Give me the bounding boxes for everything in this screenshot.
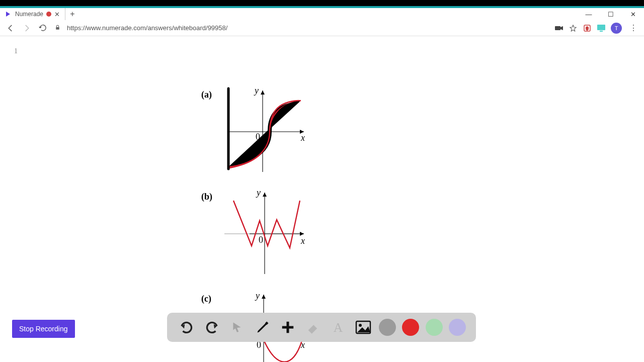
nav-reload-button[interactable]: [36, 22, 49, 35]
stop-recording-button[interactable]: Stop Recording: [12, 320, 75, 338]
url-text[interactable]: https://www.numerade.com/answers/whitebo…: [67, 24, 227, 32]
svg-rect-2: [555, 26, 560, 30]
tab-close-icon[interactable]: ✕: [54, 11, 60, 18]
star-icon[interactable]: [569, 24, 578, 33]
svg-rect-5: [597, 25, 605, 30]
plot-a-ylabel: y: [254, 86, 259, 96]
svg-marker-22: [262, 295, 266, 299]
addrbar-right-icons: T ⋮: [554, 22, 640, 35]
svg-marker-15: [263, 193, 267, 197]
window-outer-border-top: [0, 0, 644, 6]
whiteboard-canvas[interactable]: (a) y x 0: [0, 36, 644, 354]
browser-menu-icon[interactable]: ⋮: [627, 22, 640, 35]
tab-favicon: [4, 10, 12, 18]
color-swatch-red[interactable]: [402, 319, 419, 336]
whiteboard-toolbar: A: [167, 313, 476, 342]
extension-shield-icon[interactable]: [583, 24, 592, 33]
redo-button[interactable]: [202, 318, 221, 337]
profile-avatar[interactable]: T: [611, 23, 622, 34]
svg-text:0: 0: [259, 235, 263, 245]
svg-text:y: y: [256, 189, 261, 198]
window-controls: — ☐ ✕: [578, 8, 644, 20]
color-swatch-gray[interactable]: [379, 319, 396, 336]
browser-window: Numerade ✕ + — ☐ ✕ https://www.numerade.…: [0, 8, 644, 362]
svg-marker-10: [261, 90, 265, 95]
svg-marker-3: [560, 26, 563, 30]
svg-rect-1: [56, 27, 59, 29]
pointer-tool[interactable]: [227, 318, 247, 337]
svg-marker-13: [300, 232, 304, 236]
svg-marker-0: [6, 12, 10, 17]
window-close-button[interactable]: ✕: [622, 8, 644, 20]
tab-title: Numerade: [15, 11, 43, 18]
secure-lock-icon[interactable]: [54, 24, 61, 33]
nav-forward-button[interactable]: [20, 22, 33, 35]
plot-c-label: (c): [201, 294, 211, 304]
window-minimize-button[interactable]: —: [578, 8, 600, 20]
window-maximize-button[interactable]: ☐: [600, 8, 622, 20]
recording-indicator-icon: [46, 12, 51, 17]
color-swatch-green[interactable]: [426, 319, 443, 336]
page-content: 1 (a) y x 0: [0, 36, 644, 354]
new-tab-button[interactable]: +: [65, 10, 79, 19]
plot-b-label: (b): [201, 192, 212, 202]
eraser-tool[interactable]: [303, 318, 323, 337]
browser-tab-active[interactable]: Numerade ✕: [0, 8, 65, 20]
svg-text:x: x: [300, 236, 305, 246]
svg-text:y: y: [255, 291, 260, 301]
image-tool[interactable]: [354, 318, 373, 337]
camera-icon[interactable]: [554, 24, 564, 33]
plot-a: (a) y x 0: [201, 86, 312, 179]
color-swatch-purple[interactable]: [449, 319, 466, 336]
text-tool[interactable]: A: [329, 318, 348, 337]
plot-b: (b) y x 0: [201, 189, 312, 282]
svg-rect-6: [600, 31, 603, 32]
svg-point-41: [359, 324, 362, 327]
nav-back-button[interactable]: [4, 22, 17, 35]
extension-screen-icon[interactable]: [597, 24, 606, 33]
plot-a-label: (a): [201, 89, 212, 100]
pencil-tool[interactable]: [253, 318, 272, 337]
plot-a-xlabel: x: [300, 133, 305, 143]
browser-address-bar: https://www.numerade.com/answers/whitebo…: [0, 20, 644, 36]
add-tool[interactable]: [278, 318, 297, 337]
browser-tab-strip: Numerade ✕ + — ☐ ✕: [0, 8, 644, 20]
undo-button[interactable]: [177, 318, 196, 337]
svg-text:A: A: [334, 320, 343, 334]
